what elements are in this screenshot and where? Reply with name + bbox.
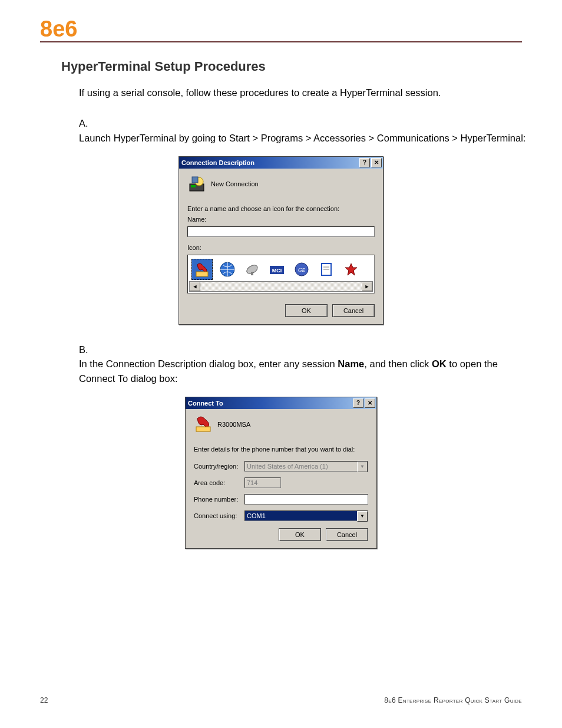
dropdown-button[interactable]: ▼ — [357, 511, 368, 522]
connection-icon — [194, 415, 213, 434]
svg-text:MCI: MCI — [272, 268, 282, 274]
section-intro: If using a serial console, follow these … — [79, 86, 522, 100]
phone-number-label: Phone number: — [194, 496, 244, 503]
close-button[interactable]: ✕ — [371, 158, 382, 167]
scroll-right-button[interactable]: ► — [362, 282, 372, 291]
header-rule — [40, 41, 522, 42]
dialog1-title: Connection Description — [181, 159, 358, 166]
name-input[interactable] — [187, 226, 375, 237]
dialog2-titlebar[interactable]: Connect To ? ✕ — [186, 397, 376, 409]
connection-description-dialog: Connection Description ? ✕ New Connectio… — [178, 156, 384, 325]
icon-option-phone[interactable] — [191, 259, 213, 280]
step-b-prefix: In the Connection Description dialog box… — [79, 358, 338, 369]
help-button[interactable]: ? — [359, 158, 370, 167]
ok-button[interactable]: OK — [279, 528, 321, 541]
dialog1-titlebar[interactable]: Connection Description ? ✕ — [179, 157, 383, 169]
dialog2-header-label: R3000MSA — [217, 421, 250, 428]
scroll-left-button[interactable]: ◄ — [190, 282, 200, 291]
brand-logo: 8e6 — [40, 18, 522, 40]
cancel-button[interactable]: Cancel — [332, 304, 375, 317]
svg-text:GE: GE — [298, 267, 305, 273]
svg-rect-1 — [191, 185, 196, 187]
icon-option-ge[interactable]: GE — [292, 259, 312, 279]
close-button[interactable]: ✕ — [365, 398, 375, 408]
dialog2-instruction: Enter details for the phone number that … — [194, 446, 368, 453]
icon-option-mci[interactable]: MCI — [267, 259, 287, 279]
help-button[interactable]: ? — [353, 398, 363, 408]
step-b-label: B. — [79, 342, 95, 357]
dialog1-instruction: Enter a name and choose an icon for the … — [187, 205, 375, 212]
icon-label: Icon: — [187, 244, 375, 251]
connect-using-select[interactable] — [244, 510, 368, 521]
icon-option-red-star[interactable] — [341, 259, 361, 279]
name-label: Name: — [187, 216, 375, 223]
step-a-text: Launch HyperTerminal by going to Start >… — [79, 131, 527, 146]
step-b-bold1: Name — [338, 358, 364, 369]
icon-option-globe[interactable] — [217, 259, 237, 279]
svg-rect-16 — [196, 427, 210, 431]
connect-using-label: Connect using: — [194, 512, 244, 519]
svg-rect-7 — [251, 272, 253, 275]
icon-option-satellite[interactable] — [242, 259, 262, 279]
doc-title: 8e6 Enterprise Reporter Quick Start Guid… — [384, 696, 522, 704]
connect-to-dialog: Connect To ? ✕ R3000MSA Enter details fo… — [185, 397, 377, 549]
dialog1-header-label: New Connection — [211, 180, 259, 187]
country-select[interactable] — [244, 461, 368, 472]
country-label: Country/region: — [194, 463, 244, 470]
step-a: A. Launch HyperTerminal by going to Star… — [79, 116, 522, 146]
icon-option-document[interactable] — [316, 259, 336, 279]
icon-scrollbar[interactable]: ◄ ► — [189, 281, 373, 292]
step-b-text: In the Connection Description dialog box… — [79, 357, 527, 386]
dialog2-title: Connect To — [188, 400, 352, 407]
cancel-button[interactable]: Cancel — [326, 528, 368, 541]
step-b-mid: , and then click — [364, 358, 432, 369]
phone-number-input[interactable] — [244, 494, 368, 505]
section-title: HyperTerminal Setup Procedures — [61, 59, 522, 74]
connection-icon — [187, 174, 206, 193]
step-a-label: A. — [79, 116, 95, 131]
page-number: 22 — [40, 696, 48, 704]
dropdown-button[interactable]: ▼ — [357, 462, 368, 472]
icon-chooser[interactable]: MCI GE ◄ ► — [187, 255, 375, 294]
svg-rect-4 — [196, 272, 208, 276]
step-b: B. In the Connection Description dialog … — [79, 342, 522, 386]
ok-button[interactable]: OK — [285, 304, 328, 317]
svg-rect-3 — [192, 177, 198, 183]
page-footer: 22 8e6 Enterprise Reporter Quick Start G… — [40, 696, 522, 704]
area-code-label: Area code: — [194, 479, 244, 486]
area-code-input[interactable] — [244, 477, 281, 488]
step-b-bold2: OK — [432, 358, 447, 369]
